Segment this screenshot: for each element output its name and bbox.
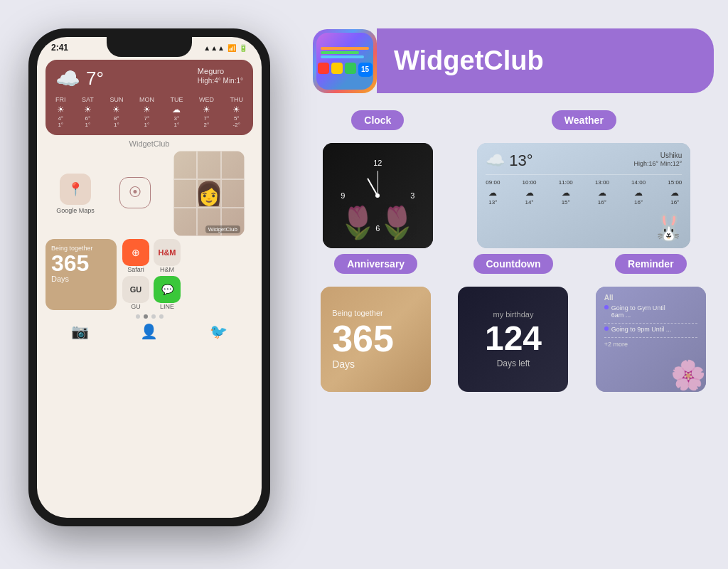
phone-anniversary-widget: Being together 365 Days: [46, 239, 117, 310]
anniversary-column: Anniversary Being together 365 Days: [313, 254, 439, 392]
maps-icon: 📍: [60, 174, 91, 205]
phone-bottom-bird-icon: 🐦: [210, 323, 228, 340]
countdown-column: Countdown my birthday 124 Days left: [450, 254, 576, 392]
phone-bottom-person-icon: 👤: [140, 323, 158, 340]
icon-line-1: [321, 47, 369, 50]
icon-badge: 15: [358, 63, 373, 77]
signal-icon: ▲▲▲: [203, 44, 225, 52]
wp-location: Ushiku: [634, 151, 682, 159]
dot-3: [151, 314, 156, 319]
icon-dot-yellow: [331, 63, 343, 74]
clock-face: 12 3 6 9: [342, 160, 413, 231]
minute-hand: [378, 171, 379, 196]
widget-row-1: Clock 🌷🌷 12 3 6 9: [313, 110, 714, 248]
clock-center-dot: [375, 193, 380, 198]
app-title: WidgetClub: [394, 46, 685, 76]
phone-apps-row-b: GU GU 💬 LINE: [122, 276, 253, 310]
right-panel: 15 WidgetClub Clock 🌷🌷 12 3 6 9: [313, 28, 714, 392]
wp-hilow: High:16° Min:12°: [634, 160, 682, 167]
reminder-divider-2: Going to 9pm Until ...: [604, 326, 697, 338]
phone-anniv-subtitle: Being together: [51, 245, 111, 252]
weather-column: Weather 🐰 ☁️ 13° Ushiku High:16° Min:12°: [454, 110, 714, 248]
phone-bottom-camera-icon: 📷: [71, 323, 89, 340]
safari-icon: ⊕: [122, 239, 149, 266]
countdown-subtitle: Days left: [497, 358, 530, 368]
anniversary-preview: Being together 365 Days: [321, 287, 431, 392]
battery-icon: 🔋: [239, 44, 247, 52]
dot-2: [144, 314, 148, 319]
reminder-preview: All Going to Gym Until6am ... Going to 9…: [596, 287, 706, 392]
wifi-icon: 📶: [228, 44, 236, 52]
maps-label: Google Maps: [54, 207, 97, 214]
wp-left: ☁️ 13°: [486, 151, 532, 170]
phone-frame: 2:41 ▲▲▲ 📶 🔋 ☁️ 7° Meg: [28, 28, 270, 526]
wp-cloud-icon: ☁️: [486, 151, 505, 170]
app-icon-inner: 15: [316, 33, 373, 90]
phone-widgetclub-label: WidgetClub: [37, 139, 262, 148]
dot-4: [159, 314, 164, 319]
phone-apps-row-a: ⊕ Safari H&M H&M: [122, 239, 253, 273]
app-icon-lines: [321, 46, 369, 60]
wp-temp: 13°: [509, 151, 532, 170]
phone-app-row-1: 📍 Google Maps ⦿ 👩 WidgetClub: [46, 151, 253, 236]
line-label: LINE: [154, 303, 181, 310]
phone-weather-cloud-icon: ☁️: [55, 67, 80, 90]
gu-label: GU: [122, 303, 149, 310]
wp-top: ☁️ 13° Ushiku High:16° Min:12°: [486, 151, 682, 170]
phone-app-maps: 📍 Google Maps: [54, 174, 97, 214]
reminder-dot-2: [604, 326, 609, 331]
dot-1: [136, 314, 140, 319]
countdown-title: my birthday: [493, 310, 534, 319]
anniversary-badge: Anniversary: [334, 254, 417, 274]
phone-apps-below-photo: Being together 365 Days ⊕ Safari H&M H&M: [46, 239, 253, 310]
reminder-badge: Reminder: [615, 254, 687, 274]
status-icons: ▲▲▲ 📶 🔋: [203, 44, 247, 52]
line-icon: 💬: [154, 276, 181, 303]
phone-screen: 2:41 ▲▲▲ 📶 🔋 ☁️ 7° Meg: [37, 37, 262, 518]
anniv-preview-number: 365: [332, 320, 419, 357]
clock-12: 12: [373, 159, 382, 167]
wp-hourly: 09:00☁13° 10:00☁14° 11:00☁15° 13:00☁16° …: [486, 174, 682, 206]
wp-right: Ushiku High:16° Min:12°: [634, 151, 682, 167]
icon-line-3: [321, 55, 364, 58]
reminder-item-2: Going to 9pm Until ...: [604, 326, 697, 333]
phone-weather-temp: 7°: [86, 68, 104, 90]
safari-label: Safari: [122, 266, 149, 273]
phone-anniv-number: 365: [51, 252, 111, 275]
clock-3: 3: [410, 191, 414, 200]
hm-label: H&M: [154, 266, 181, 273]
phone-weather-hilow: High:4° Min:1°: [198, 77, 243, 85]
reminder-header: All: [604, 294, 697, 302]
reminder-more: +2 more: [604, 341, 697, 348]
phone-notch: [107, 37, 192, 57]
analog-clock: 12 3 6 9: [342, 160, 413, 231]
icon-dots-row: 15: [318, 63, 373, 77]
anniv-preview-subtitle: Being together: [332, 309, 419, 317]
countdown-preview: my birthday 124 Days left: [458, 287, 568, 392]
app-header: 15 WidgetClub: [313, 28, 714, 93]
phone-small-apps: ⊕ Safari H&M H&M GU GU: [122, 239, 253, 310]
hm-icon: H&M: [154, 239, 181, 266]
countdown-number: 124: [485, 321, 542, 356]
icon-dot-red: [318, 63, 329, 74]
page-dots: [37, 314, 262, 319]
clock-6: 6: [375, 224, 380, 233]
phone-anniv-unit: Days: [51, 275, 111, 283]
anniv-preview-unit: Days: [332, 358, 419, 370]
phone-weather-days: FRI☀4°1° SAT☀6°1° SUN☀8°1° MON☀7°1° TUE☁…: [55, 96, 243, 128]
clock-preview: 🌷🌷 12 3 6 9: [323, 143, 433, 248]
app-title-banner: WidgetClub: [377, 28, 714, 93]
reminder-text-2: Going to 9pm Until ...: [611, 326, 672, 333]
icon-line-2: [321, 51, 359, 54]
status-time: 2:41: [51, 43, 68, 53]
widget-row-2: Anniversary Being together 365 Days Coun…: [313, 254, 714, 392]
clock-badge: Clock: [351, 110, 404, 130]
phone-app-wifi: ⦿: [114, 177, 156, 211]
reminder-divider-1: Going to Gym Until6am ...: [604, 304, 697, 324]
icon-dot-green: [345, 63, 356, 74]
countdown-badge: Countdown: [473, 254, 554, 274]
app-icon-large: 15: [313, 29, 377, 93]
phone-photo-widget: 👩 WidgetClub: [173, 151, 245, 236]
reminder-column: Reminder All Going to Gym Until6am ...: [588, 254, 714, 392]
anniv-preview-content: Being together 365 Days: [321, 287, 431, 392]
